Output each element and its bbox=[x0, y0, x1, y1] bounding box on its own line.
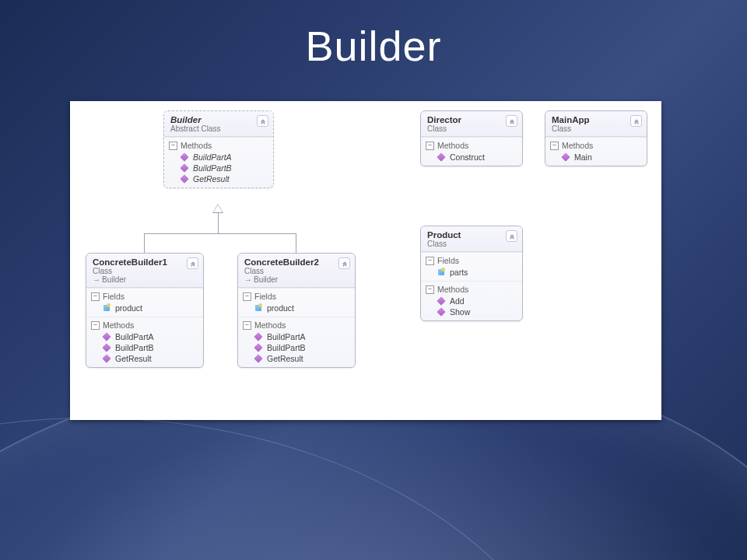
class-box-mainapp[interactable]: MainApp Class −Methods Main bbox=[545, 110, 647, 166]
fields-section: −Fields product bbox=[238, 288, 355, 317]
method-name: Show bbox=[450, 307, 470, 317]
fields-section: −Fields parts bbox=[421, 252, 522, 281]
method-icon bbox=[437, 152, 446, 162]
section-toggle-icon[interactable]: − bbox=[243, 321, 251, 330]
slide-title: Builder bbox=[0, 22, 747, 70]
class-header: Builder Abstract Class bbox=[164, 111, 273, 137]
method-icon bbox=[254, 354, 263, 363]
section-label: Methods bbox=[437, 285, 468, 294]
method-name: Main bbox=[574, 152, 592, 162]
method-name: BuildPartB bbox=[193, 163, 232, 173]
section-label: Fields bbox=[437, 256, 459, 265]
section-label: Methods bbox=[254, 320, 286, 330]
section-toggle-icon[interactable]: − bbox=[426, 142, 434, 150]
field-icon bbox=[102, 303, 111, 313]
method-name: BuildPartA bbox=[193, 152, 232, 162]
method-icon bbox=[180, 152, 189, 162]
class-header: Director Class bbox=[421, 111, 522, 137]
class-box-concrete1[interactable]: ConcreteBuilder1 Class →Builder −Fields … bbox=[86, 253, 204, 368]
section-label: Fields bbox=[254, 292, 276, 301]
method-item: Construct bbox=[426, 152, 517, 163]
section-toggle-icon[interactable]: − bbox=[243, 292, 251, 301]
method-icon bbox=[437, 307, 446, 317]
class-name: Product bbox=[427, 230, 516, 240]
method-name: BuildPartA bbox=[267, 332, 306, 341]
class-header: MainApp Class bbox=[545, 111, 647, 137]
section-label: Methods bbox=[103, 320, 134, 330]
class-base: →Builder bbox=[93, 275, 197, 284]
class-header: ConcreteBuilder2 Class →Builder bbox=[238, 254, 355, 288]
methods-section: −Methods BuildPartA BuildPartB GetResult bbox=[164, 137, 273, 187]
class-box-builder[interactable]: Builder Abstract Class −Methods BuildPar… bbox=[163, 110, 274, 188]
methods-section: −Methods Main bbox=[545, 137, 647, 166]
method-item: BuildPartA bbox=[243, 331, 350, 342]
methods-section: −Methods Add Show bbox=[421, 281, 522, 320]
section-toggle-icon[interactable]: − bbox=[426, 257, 434, 265]
methods-section: −Methods BuildPartA BuildPartB GetResult bbox=[238, 317, 355, 367]
method-icon bbox=[102, 343, 111, 352]
class-name: MainApp bbox=[552, 115, 640, 124]
field-item: product bbox=[91, 303, 198, 313]
method-name: BuildPartB bbox=[115, 343, 154, 352]
collapse-chevron-icon[interactable] bbox=[506, 115, 517, 127]
section-label: Methods bbox=[562, 141, 593, 150]
class-name: ConcreteBuilder2 bbox=[244, 257, 349, 267]
class-box-director[interactable]: Director Class −Methods Construct bbox=[420, 110, 523, 166]
fields-section: −Fields product bbox=[86, 288, 203, 317]
class-type: Class bbox=[552, 124, 640, 133]
method-name: GetResult bbox=[193, 174, 230, 184]
field-name: parts bbox=[450, 268, 468, 277]
section-toggle-icon[interactable]: − bbox=[550, 142, 559, 150]
section-toggle-icon[interactable]: − bbox=[426, 285, 434, 294]
class-base: →Builder bbox=[244, 275, 349, 284]
field-item: parts bbox=[426, 267, 517, 278]
inherit-arrow-icon: → bbox=[93, 275, 100, 284]
section-label: Fields bbox=[103, 292, 124, 301]
class-box-product[interactable]: Product Class −Fields parts −Methods Add… bbox=[420, 226, 523, 321]
class-type: Class bbox=[427, 124, 516, 133]
method-name: GetResult bbox=[267, 354, 303, 363]
method-icon bbox=[180, 174, 189, 184]
collapse-chevron-icon[interactable] bbox=[338, 257, 350, 269]
collapse-chevron-icon[interactable] bbox=[187, 257, 198, 269]
methods-section: −Methods BuildPartA BuildPartB GetResult bbox=[86, 317, 203, 367]
class-name: Director bbox=[427, 115, 516, 124]
method-name: Add bbox=[450, 296, 465, 306]
method-icon bbox=[437, 296, 446, 306]
method-item: Add bbox=[426, 296, 517, 306]
class-header: ConcreteBuilder1 Class →Builder bbox=[86, 254, 203, 288]
method-item: Show bbox=[426, 306, 517, 317]
class-name: Builder bbox=[170, 115, 267, 124]
field-name: product bbox=[115, 303, 142, 313]
field-name: product bbox=[267, 303, 294, 313]
method-item: BuildPartB bbox=[169, 163, 268, 173]
method-item: GetResult bbox=[91, 353, 198, 364]
section-toggle-icon[interactable]: − bbox=[91, 321, 100, 330]
section-toggle-icon[interactable]: − bbox=[169, 142, 177, 150]
method-name: GetResult bbox=[115, 354, 152, 363]
field-item: product bbox=[243, 303, 350, 313]
field-icon bbox=[437, 268, 446, 277]
class-name: ConcreteBuilder1 bbox=[93, 257, 197, 267]
class-type: Abstract Class bbox=[170, 124, 267, 133]
method-name: BuildPartB bbox=[267, 343, 306, 352]
method-item: GetResult bbox=[243, 353, 350, 364]
class-type: Class bbox=[427, 240, 516, 248]
method-item: BuildPartA bbox=[91, 331, 198, 342]
section-label: Methods bbox=[181, 141, 212, 150]
class-box-concrete2[interactable]: ConcreteBuilder2 Class →Builder −Fields … bbox=[237, 253, 356, 368]
method-icon bbox=[102, 354, 111, 363]
collapse-chevron-icon[interactable] bbox=[630, 115, 642, 127]
method-item: Main bbox=[550, 152, 642, 163]
method-item: BuildPartA bbox=[169, 152, 268, 163]
slide: Builder Builder Abstract Class −Methods … bbox=[0, 0, 747, 560]
collapse-chevron-icon[interactable] bbox=[506, 230, 517, 242]
section-toggle-icon[interactable]: − bbox=[91, 292, 100, 301]
collapse-chevron-icon[interactable] bbox=[257, 115, 268, 127]
methods-section: −Methods Construct bbox=[421, 137, 522, 166]
inherit-arrow-icon: → bbox=[244, 275, 252, 284]
class-type: Class bbox=[93, 267, 197, 275]
method-name: Construct bbox=[450, 152, 485, 162]
method-name: BuildPartA bbox=[115, 332, 154, 341]
method-icon bbox=[180, 163, 189, 173]
